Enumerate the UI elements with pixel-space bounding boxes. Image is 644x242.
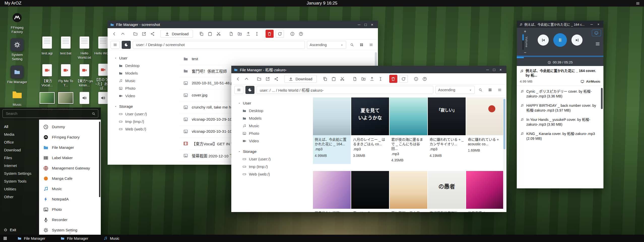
file-thumbnail-item[interactable]: の愚者忘却感傷代償演映...	[428, 171, 466, 212]
category-media[interactable]: Media	[0, 130, 39, 138]
search-button[interactable]	[348, 41, 356, 49]
help-button[interactable]	[421, 75, 429, 83]
cut-button[interactable]	[215, 30, 223, 38]
file-thumbnail-item[interactable]: 君が夜の海に還るまで _ こんにちは谷田....mp34.35MB	[390, 97, 427, 164]
file-thumbnail-item[interactable]: 菫と葉桜 _ 青大月...	[390, 171, 427, 212]
rename-button[interactable]	[253, 30, 261, 38]
window-titlebar[interactable]: File Manager - 柘榴-zakuro- ─ □ ×	[231, 66, 506, 73]
desktop-shortcut-file-manager[interactable]: File Manager	[4, 65, 31, 84]
category-other[interactable]: Other	[0, 193, 39, 201]
category-all[interactable]: All	[0, 123, 39, 130]
playlist-item[interactable]: In Your Hands _ yusukeP cover. by 柘榴-zak…	[517, 115, 603, 129]
sidebar-item-web-web[interactable]: Web (web:/)	[238, 170, 301, 178]
list-layout-button[interactable]	[367, 41, 375, 49]
sidebar-item-models[interactable]: Models	[238, 115, 301, 122]
dark-mode-toggle-button[interactable]	[245, 86, 254, 94]
player-titlebar[interactable]: 例えば、今此処に置かれた花に _ 164 c... ─ ×	[517, 21, 603, 28]
path-input[interactable]: user: / Desktop / screenshot	[133, 41, 305, 49]
download-button[interactable]: Download	[284, 75, 317, 83]
paste-button[interactable]	[330, 75, 338, 83]
taskbar-item-file-manager[interactable]: File Manager	[57, 235, 92, 242]
file-thumbnail-item[interactable]: 夏を見て いようかな八月のレイニー _ はるまきごはん co....mp33.0…	[351, 97, 389, 164]
file-thumbnail-item[interactable]: 例えば、今此処に置かれた花に _ 164....mp34.99MB	[313, 97, 351, 164]
minimize-button[interactable]: ─	[484, 67, 491, 72]
file-thumbnail-item[interactable]: 命に嫌われている + acoustic co...1.69MB	[466, 97, 504, 164]
volume-control[interactable]: + Volume −	[520, 29, 530, 55]
volume-down-label[interactable]: −	[524, 50, 526, 55]
file-thumbnail-item[interactable]: 世界事変 Ayase...	[466, 171, 504, 212]
delete-button[interactable]	[266, 30, 274, 38]
sidebar-item-models[interactable]: Models	[114, 70, 178, 77]
apps-grid-icon[interactable]	[3, 236, 7, 240]
next-track-button[interactable]	[571, 34, 583, 46]
file-thumbnail-item[interactable]: 四畳半たに提潔い...	[313, 171, 351, 212]
cut-button[interactable]	[338, 75, 346, 83]
close-button[interactable]: ×	[497, 67, 504, 72]
sidebar-section-user[interactable]: User	[238, 99, 301, 107]
app-item-file-manager[interactable]: File Manager	[39, 142, 101, 153]
desktop-file-yu-kimin[interactable]: 【東方*~yu kimin...	[75, 63, 94, 91]
search-input[interactable]	[5, 111, 92, 116]
help-button[interactable]	[297, 30, 305, 38]
maximize-button[interactable]: □	[362, 22, 369, 27]
sidebar-item-user-user[interactable]: User (user:/)	[114, 110, 178, 118]
share-button[interactable]	[148, 30, 156, 38]
sidebar-item-tmp-tmp[interactable]: tmp (tmp:/)	[114, 118, 178, 125]
playlist-item[interactable]: KING _ Kanaria cover. by 柘榴-zakuro-.mp3 …	[517, 129, 603, 143]
app-list-scrollbar-thumb[interactable]	[99, 122, 100, 197]
playlist-item[interactable]: Cynic _ ポリスピカデリー cover. by 柘榴-zakuro-.mp…	[517, 87, 603, 101]
sidebar-item-photo[interactable]: Photo	[238, 130, 301, 137]
open-in-new-button[interactable]	[264, 75, 272, 83]
open-button[interactable]	[131, 30, 139, 38]
sidebar-item-tmp-tmp[interactable]: tmp (tmp:/)	[238, 163, 301, 170]
list-view-toggle-button[interactable]	[234, 86, 243, 94]
share-button[interactable]	[272, 75, 280, 83]
open-in-new-button[interactable]	[140, 30, 148, 38]
up-button[interactable]	[242, 75, 250, 83]
sidebar-item-user-user[interactable]: User (user:/)	[238, 155, 301, 163]
playlist-menu-icon[interactable]	[595, 41, 600, 46]
volume-slider[interactable]	[522, 34, 524, 50]
seek-bar[interactable]	[517, 56, 603, 57]
sidebar-item-photo[interactable]: Photo	[114, 85, 178, 92]
sidebar-item-desktop[interactable]: Desktop	[238, 107, 301, 115]
sidebar-section-storage[interactable]: Storage	[114, 103, 178, 110]
sidebar-item-video[interactable]: Video	[114, 92, 178, 100]
exit-button[interactable]: Exit	[0, 228, 39, 235]
window-titlebar[interactable]: File Manager - screenshot ─ □ ×	[108, 21, 378, 28]
sort-dropdown[interactable]: Ascending	[307, 41, 346, 49]
sort-dropdown[interactable]: Ascending	[435, 86, 475, 94]
category-internet[interactable]: Internet	[0, 162, 39, 169]
category-system-settings[interactable]: System Settings	[0, 169, 39, 177]
sidebar-section-storage[interactable]: Storage	[238, 148, 301, 155]
chevron-down-icon[interactable]	[39, 231, 101, 235]
new-file-button[interactable]	[227, 30, 235, 38]
copy-button[interactable]	[198, 30, 206, 38]
up-button[interactable]	[119, 30, 127, 38]
maximize-button[interactable]: □	[491, 67, 497, 72]
list-layout-button[interactable]	[496, 86, 503, 94]
new-folder-button[interactable]	[236, 30, 244, 38]
refresh-button[interactable]	[399, 75, 408, 83]
info-button[interactable]	[288, 30, 297, 38]
file-thumbnail-item[interactable]: 「寂しい」命に嫌われている + _ カンザキイオリ....mp34.19MB	[428, 97, 466, 164]
path-input[interactable]: user: / ... / Hello World / 柘榴-zakuro-	[256, 86, 433, 94]
sidebar-section-user[interactable]: User	[114, 54, 178, 62]
volume-up-label[interactable]: +	[524, 29, 526, 34]
search-button[interactable]	[477, 86, 484, 94]
file-thumbnail-item[interactable]: 表 _ HamP cover...	[351, 171, 389, 212]
app-item-notepada[interactable]: NotepadA	[39, 194, 101, 204]
download-button[interactable]: Download	[160, 30, 193, 38]
app-item-music[interactable]: Music	[39, 184, 101, 194]
copy-button[interactable]	[321, 75, 329, 83]
sidebar-item-web-web[interactable]: Web (web:/)	[114, 125, 178, 133]
desktop-file-test-agi[interactable]: test.agi	[38, 35, 56, 63]
minimize-button[interactable]: ─	[356, 22, 362, 27]
paste-button[interactable]	[206, 30, 214, 38]
sidebar-item-music[interactable]: Music	[114, 77, 178, 85]
file-row[interactable]: test	[180, 53, 372, 65]
info-button[interactable]	[412, 75, 420, 83]
playlist-item[interactable]: HAPPY BIRTHDAY _ back number cover. by柘榴…	[517, 101, 603, 115]
desktop-file-test-bat[interactable]: test.bat	[56, 35, 75, 63]
taskbar-item-file-manager[interactable]: File Manager	[14, 235, 49, 242]
